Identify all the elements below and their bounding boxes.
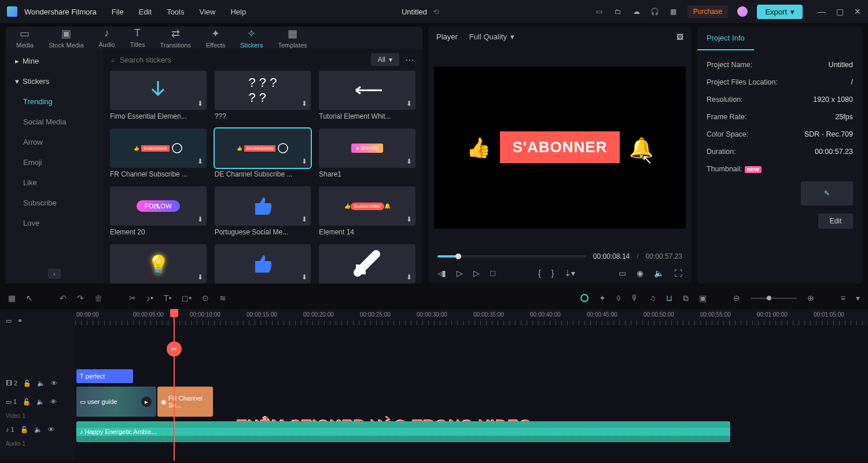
quality-dropdown[interactable]: Full Quality▾ [469,32,514,41]
track-text[interactable]: T perfect [75,369,868,383]
text-tool-icon[interactable]: T• [164,293,171,303]
sticker-item[interactable]: ⬇Fimo Essential Elemen... [110,71,207,120]
category-love[interactable]: Love [6,213,103,233]
playhead-handle[interactable] [170,309,178,317]
download-icon[interactable]: ⬇ [197,273,203,281]
category-like[interactable]: Like [6,172,103,193]
redo-button[interactable]: ↷ [77,293,84,303]
link-icon[interactable]: ⧉ [683,293,689,303]
minimize-button[interactable]: — [818,7,826,16]
sticker-item[interactable]: ◂ SHARE⬇Share1 [319,128,415,178]
sticker-item[interactable]: ⬇ [215,244,311,284]
download-icon[interactable]: ⬇ [301,215,307,223]
download-icon[interactable]: ⬇ [406,215,412,223]
tab-templates[interactable]: ▦Templates [278,27,307,49]
cloud-icon[interactable]: ☁ [632,7,641,16]
clip-text[interactable]: T perfect [76,369,133,383]
avatar-icon[interactable] [737,6,748,17]
timeline-body[interactable]: 00:00:00 00:00:05:00 00:00:10:00 00:00:1… [75,309,868,461]
audio-tool-icon[interactable]: ♪• [146,293,153,303]
link-tracks-icon[interactable]: ⚭ [17,317,23,325]
tab-transitions[interactable]: ⇄Transitions [160,27,191,49]
sidebar-collapse-button[interactable]: ‹ [48,269,61,279]
track-header-fx[interactable]: 🎞 2🔓🔈👁 [0,374,75,392]
grid-icon[interactable]: ▦ [8,293,16,303]
category-emoji[interactable]: Emoji [6,152,103,172]
tab-stock-media[interactable]: ▣Stock Media [49,27,84,49]
category-arrow[interactable]: Arrow [6,132,103,152]
list-view-icon[interactable]: ≡ [841,293,845,303]
visibility-icon[interactable]: 👁 [50,398,57,405]
playhead[interactable]: ✂ [174,309,175,461]
lock-icon[interactable]: 🔓 [20,426,28,433]
timeline-view-icon[interactable]: ▭ [6,317,12,325]
prev-frame-button[interactable]: ◃▮ [437,269,446,278]
magnet-icon[interactable]: ⊔ [666,293,672,303]
tab-effects[interactable]: ✦Effects [206,27,225,49]
delete-button[interactable]: 🗑 [94,293,102,303]
track-header-audio[interactable]: ♪ 1🔓🔈👁 [0,420,75,439]
menu-file[interactable]: File [112,8,124,16]
download-icon[interactable]: ⬇ [301,157,307,166]
split-handle[interactable]: ✂ [167,341,182,357]
compare-button[interactable]: ▭ [619,269,626,278]
export-button[interactable]: Export▾ [757,5,803,19]
sidebar-item-stickers[interactable]: ▾Stickers [6,71,103,91]
menu-tools[interactable]: Tools [167,8,184,16]
color-tool-icon[interactable]: ≋ [219,293,226,303]
tab-stickers[interactable]: ✧Stickers [240,27,263,49]
render-indicator-icon[interactable] [580,294,589,302]
sticker-item[interactable]: 👍SUBSCRIBE🔔⬇Element 14 [319,186,415,236]
scrub-track[interactable] [437,255,586,258]
mic-icon[interactable]: 🎙 [631,293,639,303]
zoom-slider[interactable] [751,297,797,299]
thumbnail-edit-button[interactable]: ✎ [801,181,853,205]
save-icon[interactable]: 🗀 [613,7,623,16]
download-icon[interactable]: ⬇ [406,273,412,281]
search-input[interactable] [120,56,365,64]
box-icon[interactable]: ▣ [699,293,707,303]
next-frame-button[interactable]: ▷ [473,269,480,278]
filter-dropdown[interactable]: All▾ [371,53,399,66]
marker-dropdown[interactable]: ⇣▾ [564,269,575,278]
mute-icon[interactable]: 🔈 [36,398,45,406]
track-audio[interactable]: ♪ Happy Energetic Ambie... [75,421,868,442]
category-trending[interactable]: Trending [6,91,103,112]
tab-audio[interactable]: ♪Audio [99,27,115,48]
download-icon[interactable]: ⬇ [406,157,412,166]
lock-icon[interactable]: 🔓 [23,380,31,387]
play-button[interactable]: ▷ [457,269,463,278]
headset-icon[interactable]: 🎧 [650,7,660,16]
sticker-item[interactable]: ? ? ?? ?⬇??? [215,71,311,120]
out-point-button[interactable]: } [551,269,554,278]
sticker-item[interactable]: 👍ABONNIEREN⬇DE Channel Subscribe ... [215,128,311,178]
zoom-in-button[interactable]: ⊕ [807,293,814,303]
zoom-out-button[interactable]: ⊖ [733,293,740,303]
timeline-ruler[interactable]: 00:00:00 00:00:05:00 00:00:10:00 00:00:1… [75,309,868,325]
volume-button[interactable]: 🔈 [654,269,664,278]
stop-button[interactable]: □ [490,269,495,278]
speed-tool-icon[interactable]: ⊙ [202,293,209,303]
sticker-item[interactable]: ⬇Portuguese Social Me... [215,186,311,236]
sticker-item[interactable]: FOLLOW↖⬇Element 20 [110,186,207,236]
more-menu-icon[interactable]: ⋯ [405,54,414,65]
menu-view[interactable]: View [199,8,215,16]
track-header-video[interactable]: ▭ 1🔓🔈👁 [0,392,75,411]
maximize-button[interactable]: ▢ [836,7,844,16]
dropdown-icon[interactable]: ▾ [856,293,860,303]
visibility-icon[interactable]: 👁 [48,426,54,433]
download-icon[interactable]: ⬇ [301,273,307,281]
crop-tool-icon[interactable]: ◻• [182,293,192,303]
music-icon[interactable]: ♫ [649,293,656,303]
undo-button[interactable]: ↶ [60,293,67,303]
sticker-item[interactable]: ⬇Tutorial Element Whit... [319,71,415,120]
sticker-item[interactable]: 💡⬇ [110,244,207,284]
snapshot-button[interactable]: ◉ [637,269,643,278]
download-icon[interactable]: ⬇ [197,100,203,108]
download-icon[interactable]: ⬇ [406,100,412,108]
marker-icon[interactable]: ◊ [616,293,620,303]
fullscreen-button[interactable]: ⛶ [674,269,682,278]
snapshot-icon[interactable]: 🖼 [676,33,683,41]
category-social-media[interactable]: Social Media [6,112,103,132]
track-video[interactable]: ▭ user guide▸ ◉ FR Channel Su... THÊM ST… [75,387,868,417]
